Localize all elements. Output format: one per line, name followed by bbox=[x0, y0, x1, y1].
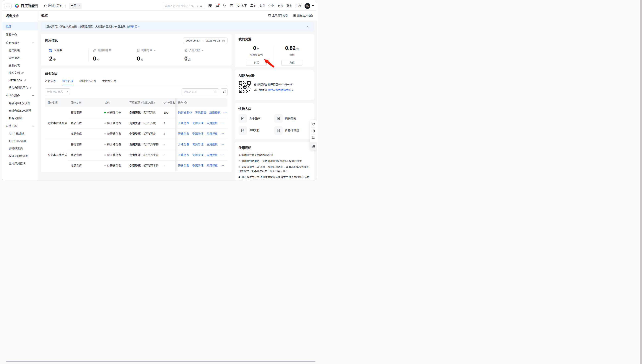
recharge-button[interactable]: 充值 bbox=[281, 60, 302, 66]
sidebar-item-http-sdk[interactable]: HTTP SDK bbox=[2, 76, 38, 84]
action-enable-billing[interactable]: 开通付费 bbox=[178, 132, 189, 135]
chevron-up-icon bbox=[32, 125, 34, 127]
action-app-authorize[interactable]: 应用授权 bbox=[206, 164, 218, 167]
quick-entry-beginner-guide[interactable]: 新手指南 bbox=[238, 114, 274, 123]
action-resource-manage[interactable]: 资源管理 bbox=[195, 111, 206, 114]
more-actions-icon[interactable]: ··· bbox=[221, 153, 224, 156]
action-enable-billing[interactable]: 开通付费 bbox=[178, 153, 189, 156]
quick-entry-api-docs[interactable]: API API文档 bbox=[238, 126, 274, 135]
stat-failed-calls[interactable]: 调用失败 0次 bbox=[180, 48, 227, 62]
sidebar-item-api-debug[interactable]: API在线调试 bbox=[2, 130, 38, 138]
my-resources-title: 我的资源 bbox=[238, 37, 310, 42]
region-scope-select[interactable]: 全局 bbox=[69, 3, 82, 9]
quick-entry-purchase-guide[interactable]: 购买指南 bbox=[274, 114, 310, 123]
service-name-search[interactable] bbox=[182, 88, 219, 95]
sidebar-item-offline-words[interactable]: 离线词&语义设置 bbox=[2, 100, 38, 107]
search-icon[interactable] bbox=[200, 4, 203, 8]
banner-close-icon[interactable]: ✕ bbox=[306, 25, 309, 28]
sidebar-item-offline-sdk[interactable]: 离线合成SDK管理 bbox=[2, 107, 38, 114]
account-menu[interactable]: 叽 bbox=[304, 3, 314, 9]
global-search[interactable] bbox=[163, 2, 205, 9]
avatar[interactable]: 叽 bbox=[304, 3, 310, 9]
chevron-down-icon[interactable] bbox=[201, 50, 203, 51]
chevron-down-icon[interactable] bbox=[154, 50, 156, 51]
toolbar-more-section[interactable] bbox=[310, 142, 317, 150]
action-app-authorize[interactable]: 应用授权 bbox=[206, 143, 218, 146]
sidebar-item-overview[interactable]: 概览 bbox=[2, 22, 38, 30]
nav-link-support[interactable]: 支持 bbox=[277, 4, 283, 8]
sidebar-item-private-deploy[interactable]: 私有化部署 bbox=[2, 114, 38, 122]
call-info-card: 调用信息 2025-05-13 → 2025-05-13 bbox=[41, 34, 231, 66]
more-actions-icon[interactable]: ··· bbox=[221, 122, 224, 125]
nav-link-docs[interactable]: 文档 bbox=[259, 4, 265, 8]
ai-experience-center-link[interactable]: 前往AI能力体验中心 > bbox=[268, 88, 293, 92]
date-range-picker[interactable]: 2025-05-13 → 2025-05-13 bbox=[183, 37, 227, 44]
interface-status-select[interactable]: 选择接口状态 bbox=[45, 88, 70, 95]
tab-llm-speech[interactable]: 大模型语音 bbox=[102, 79, 116, 85]
home-icon bbox=[44, 4, 47, 8]
more-actions-icon[interactable]: ··· bbox=[223, 111, 227, 114]
app-launcher-button[interactable] bbox=[4, 3, 12, 9]
action-app-authorize[interactable]: 应用授权 bbox=[206, 132, 218, 135]
nav-link-enterprise[interactable]: 企业 bbox=[268, 4, 274, 8]
banner-buy-link[interactable]: 立即购买 > bbox=[127, 25, 139, 28]
messages-icon[interactable] bbox=[215, 4, 219, 8]
buy-button[interactable]: 购买 bbox=[246, 60, 267, 66]
sidebar-item-quota-check[interactable]: 权限及额度诊断 bbox=[2, 152, 38, 160]
contact-phone-button[interactable] bbox=[311, 134, 315, 141]
qr-scan-icon[interactable] bbox=[208, 4, 212, 8]
global-search-input[interactable] bbox=[165, 4, 198, 8]
service-qps: -- bbox=[161, 139, 175, 150]
search-icon[interactable] bbox=[214, 90, 217, 93]
sidebar-item-api-trace[interactable]: API Trace诊断 bbox=[2, 138, 38, 145]
arrow-right-icon: → bbox=[202, 39, 204, 42]
sidebar-group-public-cloud[interactable]: 公有云服务 bbox=[2, 39, 38, 47]
nav-link-finance[interactable]: 财务 bbox=[286, 4, 292, 8]
nav-link-tickets[interactable]: 工单 bbox=[250, 4, 256, 8]
sidebar-item-resource-list[interactable]: 资源列表 bbox=[2, 62, 38, 69]
more-actions-icon[interactable]: ··· bbox=[221, 143, 224, 146]
favorite-button[interactable] bbox=[311, 121, 315, 128]
sidebar-item-monitor-report[interactable]: 监控报表 bbox=[2, 54, 38, 62]
console-overview-link[interactable]: 控制台总览 bbox=[44, 4, 62, 8]
sidebar-item-tech-doc[interactable]: 技术文档 bbox=[2, 69, 38, 76]
sidebar-item-error-code[interactable]: 错误码查询 bbox=[2, 145, 38, 152]
service-resource: 免费资源：5万/5万字符 bbox=[127, 150, 161, 160]
action-resource-manage[interactable]: 资源管理 bbox=[192, 164, 203, 167]
more-actions-icon[interactable]: ··· bbox=[221, 132, 224, 135]
service-name-input[interactable] bbox=[184, 90, 212, 93]
sidebar-item-experience-center[interactable]: 体验中心 bbox=[2, 30, 38, 39]
tab-speech-synthesis[interactable]: 语音合成 bbox=[62, 79, 73, 85]
action-buy-package[interactable]: 购买资源包 bbox=[178, 111, 192, 114]
brand-logo[interactable]: 百度智能云 bbox=[15, 4, 39, 8]
action-app-authorize[interactable]: 应用授权 bbox=[209, 111, 220, 114]
action-enable-billing[interactable]: 开通付费 bbox=[178, 164, 189, 167]
sidebar-item-self-training[interactable]: 语音自训练平台 bbox=[2, 84, 38, 92]
quick-entry-price-calculator[interactable]: 价格计算器 bbox=[274, 126, 310, 135]
more-actions-icon[interactable]: ··· bbox=[221, 164, 224, 167]
stat-total-calls[interactable]: 调用总量 0次 bbox=[133, 48, 180, 62]
show-beginner-guide-button[interactable]: 显示新手指引 bbox=[268, 14, 288, 18]
cart-icon[interactable] bbox=[222, 4, 226, 8]
action-resource-manage[interactable]: 资源管理 bbox=[192, 132, 203, 135]
help-button[interactable]: ? bbox=[311, 128, 315, 134]
tab-call-center-speech[interactable]: 呼叫中心语音 bbox=[80, 79, 96, 85]
nav-link-ecosystem[interactable]: 生态 bbox=[295, 4, 301, 8]
question-circle-icon[interactable]: ? bbox=[184, 101, 187, 104]
action-resource-manage[interactable]: 资源管理 bbox=[192, 153, 203, 156]
action-app-authorize[interactable]: 应用授权 bbox=[206, 153, 218, 156]
tab-speech-recognition[interactable]: 语音识别 bbox=[45, 79, 56, 85]
sidebar-item-app-belonging[interactable]: 应用归属查询 bbox=[2, 160, 38, 167]
sidebar-group-localized[interactable]: 本地化服务 bbox=[2, 92, 38, 100]
nav-link-icp[interactable]: ICP备案 bbox=[237, 4, 247, 8]
action-enable-billing[interactable]: 开通付费 bbox=[178, 143, 189, 146]
sidebar-group-self-tools[interactable]: 自助工具 bbox=[2, 122, 38, 130]
action-resource-manage[interactable]: 资源管理 bbox=[192, 143, 203, 146]
action-resource-manage[interactable]: 资源管理 bbox=[192, 122, 203, 125]
action-app-authorize[interactable]: 应用授权 bbox=[206, 122, 218, 125]
action-enable-billing[interactable]: 开通付费 bbox=[178, 122, 189, 125]
refresh-button[interactable] bbox=[221, 88, 227, 95]
service-access-guide-button[interactable]: 服务接入指南 bbox=[293, 14, 313, 18]
sidebar-item-app-list[interactable]: 应用列表 bbox=[2, 47, 38, 54]
language-icon[interactable]: En bbox=[230, 4, 233, 8]
